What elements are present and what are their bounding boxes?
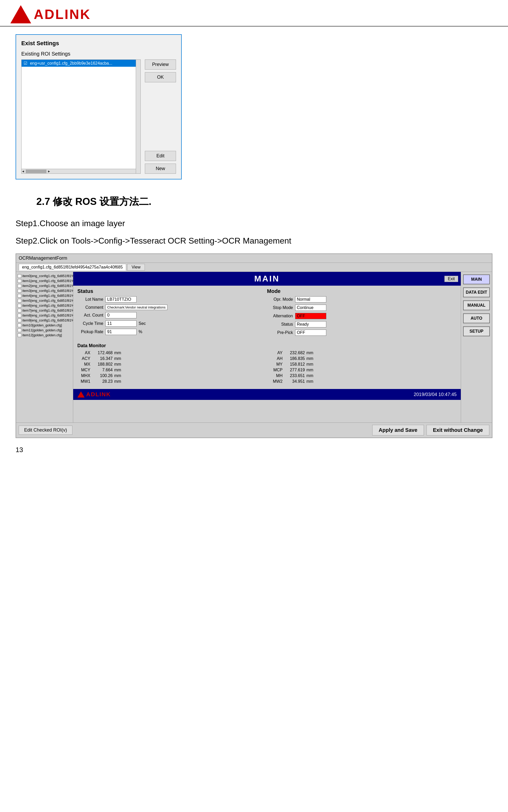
sidebar-item-6[interactable]: item6[eng_config1.cfg_6d851f81%: [16, 303, 73, 308]
cycle-time-row: Cycle Time 11 Sec: [77, 320, 267, 327]
dialog-scrollbar-horizontal[interactable]: ◀ ▶: [22, 169, 140, 173]
sidebar-checkbox-7[interactable]: [18, 309, 21, 312]
comment-label: Comment: [77, 305, 103, 310]
auto-side-button[interactable]: AUTO: [463, 314, 490, 323]
main-side-button[interactable]: MAIN: [463, 275, 490, 284]
dialog-section-title: Existing ROI Settings: [21, 51, 176, 57]
data-row-ay: AY 232.682 mm: [270, 351, 457, 355]
step1-text: Step1.Choose an image layer: [15, 219, 493, 228]
main-content: Exist Settings Existing ROI Settings ☑ e…: [0, 34, 508, 438]
sidebar-item-4[interactable]: item4[eng_config1.cfg_6d851f81%: [16, 293, 73, 298]
sidebar-item-12[interactable]: item12[golden_golden.cfg]: [16, 333, 73, 337]
ocr-tab-row: eng_config1.cfg_6d851f81fefd4954a275a7aa…: [16, 263, 492, 272]
data-monitor-grid: AX 172.468 mm AY 232.682 mm ACY 16.347: [77, 351, 457, 384]
sidebar-item-8[interactable]: item8[eng_config1.cfg_6d851f81%: [16, 313, 73, 318]
data-key-my: MY: [270, 362, 283, 367]
sidebar-item-2[interactable]: item2[eng_config1.cfg_6d851f81%: [16, 283, 73, 288]
ocr-exit-button[interactable]: Exit: [444, 276, 458, 282]
lot-name-value: LB710TTZIO: [105, 296, 136, 302]
sidebar-item-3[interactable]: item3[eng_config1.cfg_6d851f81%: [16, 288, 73, 293]
dialog-list-item[interactable]: ☑ eng+usr_config1.cfg_2bb9b9e3e1624acba.…: [22, 60, 140, 67]
sidebar-checkbox-11[interactable]: [18, 328, 21, 332]
sidebar-checkbox-0[interactable]: [18, 274, 21, 278]
ocr-main-header: MAIN Exit: [73, 272, 461, 286]
apply-save-button[interactable]: Apply and Save: [372, 425, 424, 436]
pre-pick-value: OFF: [295, 329, 326, 336]
sidebar-item-label-8: item8[eng_config1.cfg_6d851f81%: [22, 314, 74, 317]
scroll-right-icon[interactable]: ▶: [47, 170, 51, 173]
act-count-value: 0: [105, 312, 136, 318]
ocr-form-body: item0[eng_config1.cfg_6d851f81% item1[en…: [16, 272, 492, 422]
edit-checked-roi-button[interactable]: Edit Checked ROI(v): [19, 425, 73, 435]
comment-value: Checkmark:Vendor neutral integrations: [105, 304, 167, 310]
footer-logo-triangle-icon: [77, 391, 85, 398]
ocr-management-form: OCRManagementForm eng_config1.cfg_6d851f…: [15, 253, 493, 438]
sidebar-checkbox-12[interactable]: [18, 333, 21, 337]
setup-side-button[interactable]: SETUP: [463, 326, 490, 336]
ocr-action-bar: Edit Checked ROI(v) Apply and Save Exit …: [16, 422, 492, 438]
data-unit-mx: mm: [114, 362, 122, 367]
sidebar-checkbox-5[interactable]: [18, 299, 21, 302]
sidebar-checkbox-2[interactable]: [18, 284, 21, 288]
data-monitor-label: Data Monitor: [77, 343, 457, 349]
data-unit-mcy: mm: [114, 368, 122, 372]
sidebar-checkbox-1[interactable]: [18, 279, 21, 283]
sidebar-checkbox-4[interactable]: [18, 294, 21, 297]
pickup-rate-label: Pickup Rate: [77, 329, 103, 334]
ocr-view-button[interactable]: View: [127, 264, 145, 271]
sidebar-item-9[interactable]: item9[eng_config1.cfg_6d851f81%: [16, 318, 73, 323]
data-key-mhx: MHX: [77, 373, 90, 378]
footer-logo-text: ADLINK: [86, 391, 111, 398]
data-val-ax: 172.468: [92, 351, 113, 355]
data-edit-side-button[interactable]: DATA EDIT: [463, 287, 490, 297]
sidebar-item-7[interactable]: item7[eng_config1.cfg_6d851f81%: [16, 308, 73, 313]
sidebar-checkbox-10[interactable]: [18, 324, 21, 327]
data-row-acy: ACY 16.347 mm: [77, 356, 264, 361]
data-val-my: 158.812: [284, 362, 305, 367]
sidebar-item-label-7: item7[eng_config1.cfg_6d851f81%: [22, 309, 74, 312]
manual-side-button[interactable]: MANUAL: [463, 300, 490, 310]
new-button[interactable]: New: [145, 164, 176, 174]
data-val-mw2: 34.951: [284, 379, 305, 384]
sidebar-checkbox-8[interactable]: [18, 314, 21, 317]
dialog-scrollbar-vertical[interactable]: [136, 60, 140, 173]
alternation-value: OFF: [295, 313, 326, 319]
ocr-tab-config[interactable]: eng_config1.cfg_6d851f81fefd4954a275a7aa…: [19, 264, 126, 271]
act-count-row: Act. Count 0: [77, 312, 267, 318]
lot-name-label: Lot Name: [77, 297, 103, 302]
exit-without-change-button[interactable]: Exit without Change: [426, 425, 489, 436]
preview-button[interactable]: Preview: [145, 59, 176, 70]
status-row: Status Ready: [267, 321, 457, 327]
sidebar-item-label-9: item9[eng_config1.cfg_6d851f81%: [22, 318, 74, 322]
sidebar-item-1[interactable]: item1[eng_config1.cfg_6d851f81%: [16, 278, 73, 283]
scrollbar-thumb[interactable]: [26, 170, 46, 173]
sidebar-checkbox-9[interactable]: [18, 319, 21, 322]
data-key-mcp: MCP: [270, 368, 283, 372]
ocr-footer-logo: ADLINK: [77, 391, 111, 398]
data-val-mh: 233.651: [284, 373, 305, 378]
dialog-list-item-checkbox[interactable]: ☑: [24, 61, 27, 66]
data-unit-ax: mm: [114, 351, 122, 355]
data-row-ah: AH 186.835 mm: [270, 356, 457, 361]
data-row-mcy: MCY 7.664 mm: [77, 368, 264, 372]
scroll-left-icon[interactable]: ◀: [22, 170, 25, 173]
data-unit-mw2: mm: [306, 379, 314, 384]
ocr-form-titlebar: OCRManagementForm: [16, 254, 492, 263]
ocr-mode-column: Mode Opr. Mode Normal Stop Mode Continue…: [267, 288, 457, 338]
sidebar-checkbox-6[interactable]: [18, 304, 21, 308]
dialog-list[interactable]: ☑ eng+usr_config1.cfg_2bb9b9e3e1624acba.…: [21, 59, 141, 174]
sidebar-checkbox-3[interactable]: [18, 289, 21, 293]
data-key-acy: ACY: [77, 356, 90, 361]
data-val-mcy: 7.664: [92, 368, 113, 372]
stop-mode-row: Stop Mode Continue: [267, 304, 457, 311]
sidebar-item-5[interactable]: item5[eng_config1.cfg_6d851f81%: [16, 298, 73, 303]
sidebar-item-10[interactable]: item10[golden_golden.cfg]: [16, 323, 73, 328]
sidebar-item-0[interactable]: item0[eng_config1.cfg_6d851f81%: [16, 274, 73, 278]
edit-button[interactable]: Edit: [145, 151, 176, 161]
pickup-rate-value: 91: [105, 329, 136, 335]
data-val-acy: 16.347: [92, 356, 113, 361]
sidebar-item-11[interactable]: item11[golden_golden.cfg]: [16, 328, 73, 333]
sidebar-item-label-3: item3[eng_config1.cfg_6d851f81%: [22, 289, 74, 293]
sidebar-item-label-0: item0[eng_config1.cfg_6d851f81%: [22, 274, 74, 278]
ok-button[interactable]: OK: [145, 72, 176, 82]
